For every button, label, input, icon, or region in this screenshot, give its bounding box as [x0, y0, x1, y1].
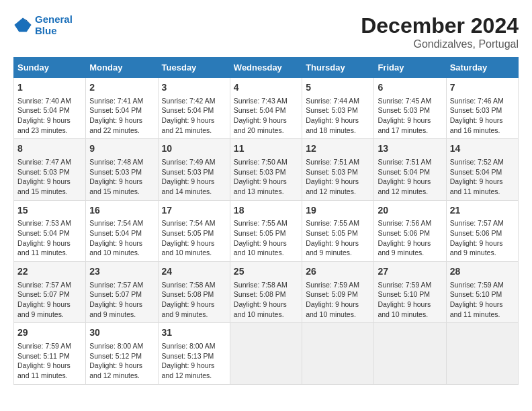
day-number: 7	[450, 81, 515, 95]
day-info: Sunrise: 7:40 AM Sunset: 5:04 PM Dayligh…	[17, 96, 82, 136]
calendar-day-cell: 16Sunrise: 7:54 AM Sunset: 5:04 PM Dayli…	[86, 200, 158, 261]
calendar-day-cell: 29Sunrise: 7:59 AM Sunset: 5:11 PM Dayli…	[14, 323, 86, 384]
day-number: 6	[378, 81, 442, 95]
day-info: Sunrise: 7:58 AM Sunset: 5:08 PM Dayligh…	[234, 280, 298, 320]
day-info: Sunrise: 7:54 AM Sunset: 5:04 PM Dayligh…	[89, 218, 154, 258]
day-number: 26	[306, 265, 370, 279]
day-info: Sunrise: 7:53 AM Sunset: 5:04 PM Dayligh…	[17, 218, 82, 258]
calendar-day-cell: 26Sunrise: 7:59 AM Sunset: 5:09 PM Dayli…	[302, 262, 374, 323]
day-info: Sunrise: 7:46 AM Sunset: 5:03 PM Dayligh…	[450, 96, 515, 136]
day-info: Sunrise: 7:58 AM Sunset: 5:08 PM Dayligh…	[162, 280, 226, 320]
main-title: December 2024	[361, 13, 519, 38]
calendar-day-cell: 30Sunrise: 8:00 AM Sunset: 5:12 PM Dayli…	[86, 323, 158, 384]
header-day: Wednesday	[230, 58, 302, 78]
subtitle: Gondizalves, Portugal	[361, 38, 519, 50]
day-number: 22	[17, 265, 82, 279]
header-day: Friday	[374, 58, 446, 78]
day-info: Sunrise: 7:49 AM Sunset: 5:03 PM Dayligh…	[162, 157, 226, 197]
calendar-week-row: 22Sunrise: 7:57 AM Sunset: 5:07 PM Dayli…	[14, 262, 519, 323]
day-number: 5	[306, 81, 370, 95]
calendar-day-cell: 25Sunrise: 7:58 AM Sunset: 5:08 PM Dayli…	[230, 262, 302, 323]
calendar-day-cell: 28Sunrise: 7:59 AM Sunset: 5:10 PM Dayli…	[446, 262, 518, 323]
calendar-day-cell: 11Sunrise: 7:50 AM Sunset: 5:03 PM Dayli…	[230, 139, 302, 200]
logo: General Blue	[13, 13, 73, 36]
day-number: 27	[378, 265, 442, 279]
header-day: Sunday	[14, 58, 86, 78]
calendar-day-cell: 10Sunrise: 7:49 AM Sunset: 5:03 PM Dayli…	[158, 139, 230, 200]
day-number: 17	[162, 204, 226, 218]
calendar-day-cell: 6Sunrise: 7:45 AM Sunset: 5:03 PM Daylig…	[374, 78, 446, 139]
svg-marker-0	[14, 18, 31, 32]
calendar-week-row: 29Sunrise: 7:59 AM Sunset: 5:11 PM Dayli…	[14, 323, 519, 384]
day-info: Sunrise: 8:00 AM Sunset: 5:12 PM Dayligh…	[89, 341, 154, 381]
header-day: Monday	[86, 58, 158, 78]
day-number: 29	[17, 326, 82, 340]
day-number: 19	[306, 204, 370, 218]
day-number: 14	[450, 142, 515, 156]
day-info: Sunrise: 7:54 AM Sunset: 5:05 PM Dayligh…	[162, 218, 226, 258]
day-number: 20	[378, 204, 442, 218]
day-info: Sunrise: 7:48 AM Sunset: 5:03 PM Dayligh…	[89, 157, 154, 197]
calendar-day-cell: 20Sunrise: 7:56 AM Sunset: 5:06 PM Dayli…	[374, 200, 446, 261]
day-info: Sunrise: 7:55 AM Sunset: 5:05 PM Dayligh…	[306, 218, 370, 258]
day-number: 1	[17, 81, 82, 95]
calendar-day-cell	[446, 323, 518, 384]
day-number: 10	[162, 142, 226, 156]
day-info: Sunrise: 7:59 AM Sunset: 5:10 PM Dayligh…	[378, 280, 442, 320]
header-day: Saturday	[446, 58, 518, 78]
day-number: 2	[89, 81, 154, 95]
calendar-day-cell: 1Sunrise: 7:40 AM Sunset: 5:04 PM Daylig…	[14, 78, 86, 139]
calendar-day-cell: 7Sunrise: 7:46 AM Sunset: 5:03 PM Daylig…	[446, 78, 518, 139]
calendar-week-row: 8Sunrise: 7:47 AM Sunset: 5:03 PM Daylig…	[14, 139, 519, 200]
day-number: 3	[162, 81, 226, 95]
day-number: 8	[17, 142, 82, 156]
calendar-day-cell: 27Sunrise: 7:59 AM Sunset: 5:10 PM Dayli…	[374, 262, 446, 323]
day-number: 23	[89, 265, 154, 279]
day-info: Sunrise: 8:00 AM Sunset: 5:13 PM Dayligh…	[162, 341, 226, 381]
calendar-table: SundayMondayTuesdayWednesdayThursdayFrid…	[13, 57, 519, 385]
header: General Blue December 2024 Gondizalves, …	[13, 13, 519, 50]
calendar-day-cell: 21Sunrise: 7:57 AM Sunset: 5:06 PM Dayli…	[446, 200, 518, 261]
day-number: 11	[234, 142, 298, 156]
calendar-day-cell: 14Sunrise: 7:52 AM Sunset: 5:04 PM Dayli…	[446, 139, 518, 200]
day-info: Sunrise: 7:57 AM Sunset: 5:07 PM Dayligh…	[17, 280, 82, 320]
header-day: Tuesday	[158, 58, 230, 78]
day-info: Sunrise: 7:45 AM Sunset: 5:03 PM Dayligh…	[378, 96, 442, 136]
day-info: Sunrise: 7:59 AM Sunset: 5:11 PM Dayligh…	[17, 341, 82, 381]
day-info: Sunrise: 7:59 AM Sunset: 5:10 PM Dayligh…	[450, 280, 515, 320]
day-number: 13	[378, 142, 442, 156]
calendar-week-row: 1Sunrise: 7:40 AM Sunset: 5:04 PM Daylig…	[14, 78, 519, 139]
day-info: Sunrise: 7:47 AM Sunset: 5:03 PM Dayligh…	[17, 157, 82, 197]
calendar-day-cell: 19Sunrise: 7:55 AM Sunset: 5:05 PM Dayli…	[302, 200, 374, 261]
calendar-day-cell: 3Sunrise: 7:42 AM Sunset: 5:04 PM Daylig…	[158, 78, 230, 139]
calendar-day-cell: 23Sunrise: 7:57 AM Sunset: 5:07 PM Dayli…	[86, 262, 158, 323]
day-number: 31	[162, 326, 226, 340]
day-info: Sunrise: 7:44 AM Sunset: 5:03 PM Dayligh…	[306, 96, 370, 136]
calendar-day-cell: 31Sunrise: 8:00 AM Sunset: 5:13 PM Dayli…	[158, 323, 230, 384]
day-number: 18	[234, 204, 298, 218]
day-number: 28	[450, 265, 515, 279]
calendar-day-cell	[302, 323, 374, 384]
calendar-day-cell: 17Sunrise: 7:54 AM Sunset: 5:05 PM Dayli…	[158, 200, 230, 261]
calendar-week-row: 15Sunrise: 7:53 AM Sunset: 5:04 PM Dayli…	[14, 200, 519, 261]
day-info: Sunrise: 7:41 AM Sunset: 5:04 PM Dayligh…	[89, 96, 154, 136]
calendar-day-cell: 13Sunrise: 7:51 AM Sunset: 5:04 PM Dayli…	[374, 139, 446, 200]
calendar-day-cell	[374, 323, 446, 384]
day-number: 25	[234, 265, 298, 279]
day-info: Sunrise: 7:43 AM Sunset: 5:04 PM Dayligh…	[234, 96, 298, 136]
title-area: December 2024 Gondizalves, Portugal	[361, 13, 519, 50]
day-number: 15	[17, 204, 82, 218]
day-number: 24	[162, 265, 226, 279]
day-info: Sunrise: 7:55 AM Sunset: 5:05 PM Dayligh…	[234, 218, 298, 258]
day-number: 21	[450, 204, 515, 218]
calendar-day-cell: 4Sunrise: 7:43 AM Sunset: 5:04 PM Daylig…	[230, 78, 302, 139]
calendar-day-cell: 24Sunrise: 7:58 AM Sunset: 5:08 PM Dayli…	[158, 262, 230, 323]
day-number: 4	[234, 81, 298, 95]
calendar-day-cell: 12Sunrise: 7:51 AM Sunset: 5:03 PM Dayli…	[302, 139, 374, 200]
calendar-day-cell: 22Sunrise: 7:57 AM Sunset: 5:07 PM Dayli…	[14, 262, 86, 323]
calendar-day-cell: 5Sunrise: 7:44 AM Sunset: 5:03 PM Daylig…	[302, 78, 374, 139]
day-number: 16	[89, 204, 154, 218]
day-info: Sunrise: 7:51 AM Sunset: 5:04 PM Dayligh…	[378, 157, 442, 197]
day-info: Sunrise: 7:59 AM Sunset: 5:09 PM Dayligh…	[306, 280, 370, 320]
day-info: Sunrise: 7:42 AM Sunset: 5:04 PM Dayligh…	[162, 96, 226, 136]
